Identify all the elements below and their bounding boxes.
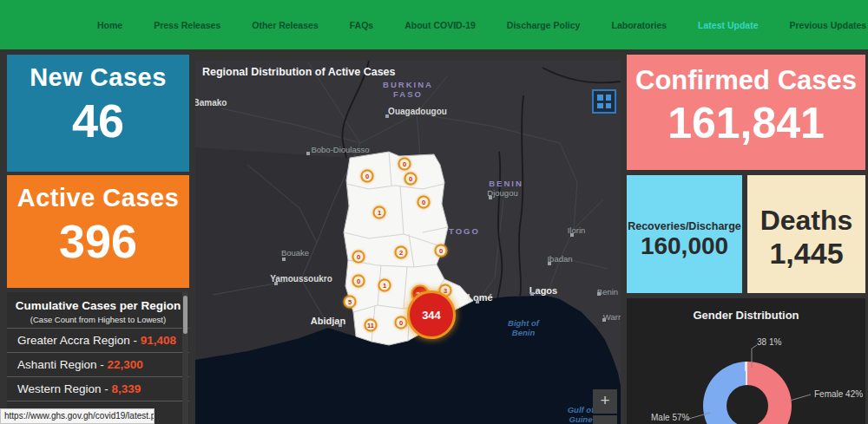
grid-square <box>597 103 603 109</box>
deaths-card: Deaths 1,445 <box>747 175 865 293</box>
case-marker-0[interactable]: 0 <box>435 245 448 258</box>
case-marker-0[interactable]: 0 <box>361 170 374 183</box>
land-west <box>195 147 356 360</box>
city-dot <box>489 196 492 199</box>
map-label-bouake: Bouake <box>281 248 309 258</box>
region-name: Ashanti Region - <box>17 358 108 371</box>
nav-item-about-covid-19[interactable]: About COVID-19 <box>404 20 476 30</box>
city-dot <box>339 323 342 327</box>
map-label-burkina-faso: BURKINA FASO <box>383 80 433 99</box>
grid-square <box>597 95 603 101</box>
grid-square <box>606 103 612 109</box>
map-label-bamako: Bamako <box>195 98 227 108</box>
city-dot <box>548 262 551 265</box>
case-marker-0[interactable]: 0 <box>398 158 411 171</box>
new-cases-value: 46 <box>7 92 189 151</box>
map-label-benin: BENIN <box>489 179 523 188</box>
nav-item-other-releases[interactable]: Other Releases <box>252 20 318 30</box>
city-dot <box>597 292 601 296</box>
top-nav: HomePress ReleasesOther ReleasesFAQsAbou… <box>0 0 868 49</box>
city-dot <box>306 152 310 155</box>
region-count: 91,408 <box>141 334 176 347</box>
case-marker-5[interactable]: 5 <box>344 296 357 309</box>
map-label-yamoussoukro: Yamoussoukro <box>270 274 332 284</box>
case-marker-344[interactable]: 344 <box>407 290 456 339</box>
nav-item-faqs[interactable]: FAQs <box>350 20 373 30</box>
zoom-out-button[interactable]: − <box>593 415 617 424</box>
new-cases-card: New Cases 46 <box>7 55 189 172</box>
active-cases-value: 396 <box>7 212 189 271</box>
new-cases-label: New Cases <box>7 55 189 92</box>
zoom-in-button[interactable]: + <box>593 389 617 414</box>
case-marker-0[interactable]: 0 <box>418 196 431 209</box>
region-row-greater-accra-region: Greater Accra Region - 91,408 <box>7 328 189 352</box>
case-marker-1[interactable]: 1 <box>373 206 386 219</box>
region-row-ashanti-region: Ashanti Region - 22,300 <box>7 352 189 376</box>
map-label-lom: Lomé <box>467 292 492 303</box>
case-marker-0[interactable]: 0 <box>352 275 365 288</box>
recoveries-card: Recoveries/Discharge 160,000 <box>627 175 742 293</box>
map-panel[interactable]: Regional Distribution of Active Cases BU… <box>195 61 621 424</box>
region-list-scrollbar[interactable] <box>182 292 188 424</box>
active-cases-label: Active Cases <box>7 175 189 212</box>
region-count: 8,339 <box>112 382 141 395</box>
nav-item-discharge-policy[interactable]: Discharge Policy <box>507 20 581 30</box>
case-marker-1[interactable]: 1 <box>378 279 391 292</box>
city-dot <box>570 233 574 237</box>
nav-item-laboratories[interactable]: Laboratories <box>611 20 667 30</box>
case-marker-0[interactable]: 0 <box>352 251 365 264</box>
map-label-bight-of-benin: Bight of Benin <box>508 318 539 337</box>
map-label-togo: TOGO <box>449 226 480 236</box>
case-marker-0[interactable]: 0 <box>404 173 418 186</box>
city-dot <box>274 282 278 285</box>
case-marker-2[interactable]: 2 <box>395 246 408 259</box>
city-dot <box>602 318 606 322</box>
region-row-western-region: Western Region - 8,339 <box>7 376 189 401</box>
status-url-tooltip: https://www.ghs.gov.gh/covid19/latest.ph… <box>0 408 155 424</box>
scrollbar-thumb[interactable] <box>183 296 187 334</box>
case-marker-0[interactable]: 0 <box>395 316 408 329</box>
map-title: Regional Distribution of Active Cases <box>202 66 396 78</box>
city-dot <box>530 292 534 296</box>
nav-items: HomePress ReleasesOther ReleasesFAQsAbou… <box>0 0 868 49</box>
confirmed-cases-card: Confirmed Cases 161,841 <box>627 55 865 170</box>
nav-item-latest-update[interactable]: Latest Update <box>698 20 758 30</box>
deaths-value: 1,445 <box>747 237 865 271</box>
region-panel-title: Cumulative Cases per Region <box>7 292 189 312</box>
city-dot <box>385 114 389 118</box>
nav-item-press-releases[interactable]: Press Releases <box>154 20 220 30</box>
city-dot <box>282 258 286 261</box>
city-dot <box>476 300 479 303</box>
ghs-covid-dashboard: HomePress ReleasesOther ReleasesFAQsAbou… <box>0 0 868 424</box>
region-name: Western Region - <box>17 382 112 395</box>
active-cases-card: Active Cases 396 <box>7 175 189 288</box>
gender-distribution-panel: Gender Distribution 38 1% Female 42% Mal… <box>627 298 865 424</box>
region-count: 22,300 <box>108 358 143 371</box>
recoveries-value: 160,000 <box>627 232 742 260</box>
map-label-gulf-of-guine: Gulf of Guine <box>568 405 595 424</box>
recoveries-label: Recoveries/Discharge <box>627 175 742 232</box>
grid-square <box>606 95 612 101</box>
nav-item-home[interactable]: Home <box>97 20 122 30</box>
map-label-bobo-dioulasso: Bobo-Dioulasso <box>311 145 369 154</box>
basemap-grid-icon[interactable] <box>592 89 616 114</box>
case-marker-11[interactable]: 11 <box>365 319 378 332</box>
region-panel-subtitle: (Case Count from Highest to Lowest) <box>7 312 189 328</box>
nav-item-previous-updates[interactable]: Previous Updates <box>790 20 867 30</box>
chart-leader-lines <box>627 298 865 424</box>
deaths-label: Deaths <box>747 175 865 237</box>
map-label-ouagadougou: Ouagadougou <box>388 107 447 116</box>
cumulative-region-panel: Cumulative Cases per Region (Case Count … <box>7 292 189 424</box>
region-name: Greater Accra Region - <box>17 334 141 347</box>
confirmed-cases-label: Confirmed Cases <box>627 55 865 96</box>
confirmed-cases-value: 161,841 <box>627 96 865 151</box>
